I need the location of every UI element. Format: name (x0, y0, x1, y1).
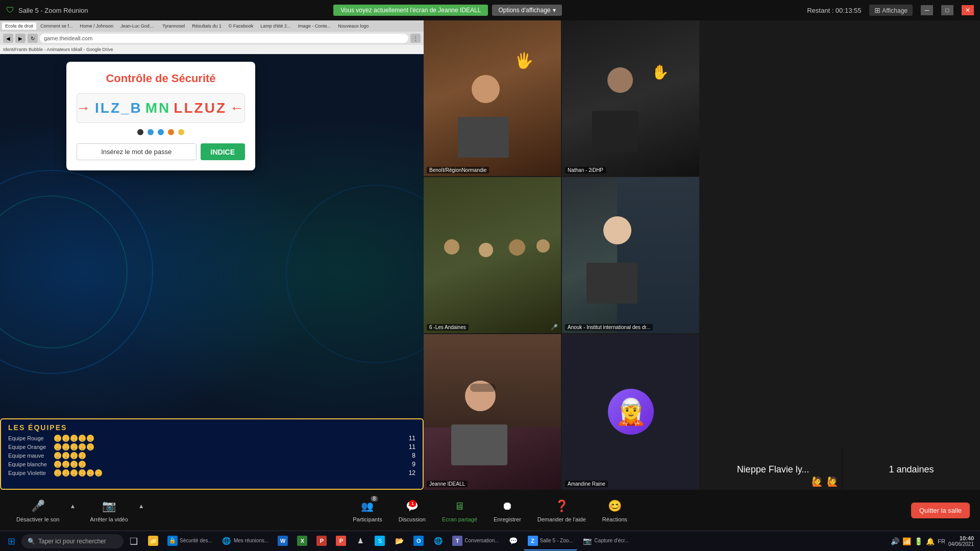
edge-icon: 🌐 (433, 536, 443, 546)
chrome-icon: 🌐 (222, 536, 232, 546)
video-grid: 🖐 Benoît/RégionNormandie ✋ Nathan - 2iDH… (424, 20, 699, 490)
indice-button[interactable]: INDICE (201, 143, 245, 160)
powerpoint-icon: P (336, 536, 346, 546)
zoom-icon: Z (528, 536, 538, 546)
medal: 🏆 (79, 469, 86, 477)
minimize-button[interactable]: ─ (921, 5, 933, 15)
taskbar-item-security[interactable]: 🔒 Sécurité des... (163, 532, 216, 550)
taskbar-item-publisher[interactable]: P (312, 532, 331, 550)
participants-icon: 👥 8 (359, 498, 376, 514)
taskbar-search[interactable]: 🔍 Taper ici pour rechercher (21, 534, 124, 548)
medal: 🏆 (79, 435, 86, 442)
browser-refresh-button[interactable]: ↻ (28, 34, 38, 43)
volume-icon: 📶 (902, 537, 911, 545)
video-label-benoit: Benoît/RégionNormandie (427, 167, 489, 173)
task-view-button[interactable]: ❑ (125, 532, 143, 550)
mic-off-icon: 🎤 (551, 324, 558, 331)
windows-taskbar: ⊞ 🔍 Taper ici pour rechercher ❑ 📁 🔒 Sécu… (0, 531, 980, 551)
participants-button[interactable]: 👥 8 Participants (347, 495, 388, 525)
taskbar-item-word[interactable]: W (274, 532, 292, 550)
browser-tab[interactable]: Résultats du 1 (189, 22, 225, 30)
discussion-badge: 1 (409, 500, 416, 507)
browser-tab[interactable]: Jean-Luc Godard (117, 22, 158, 30)
screen-share-notice: Vous voyez actuellement l'écran de Jeann… (333, 5, 488, 16)
language-indicator: FR (938, 538, 945, 544)
clock-date: 04/06/2021 (948, 541, 974, 547)
taskbar-item-zoom[interactable]: Z Salle 5 - Zoo... (524, 532, 577, 550)
start-button[interactable]: ⊞ (2, 532, 20, 550)
options-display-button[interactable]: Options d'affichage ▾ (492, 5, 561, 16)
taskbar-item-chess[interactable]: ♟ (351, 532, 370, 550)
toolbar-left-controls: 🎤 Désactiver le son ▲ 📷 Arrêter la vidéo… (10, 495, 144, 525)
taskbar-item-explorer[interactable]: 📁 (144, 532, 162, 550)
team-row-violette: Equipe Violette 🏆 🏆 🏆 🏆 🏆 🏆 12 (8, 469, 415, 477)
quit-button[interactable]: Quitter la salle (911, 503, 970, 518)
screenshot-icon: 📷 (582, 536, 593, 546)
browser-tab[interactable]: Image - Conte... (295, 22, 334, 30)
chess-icon: ♟ (355, 536, 365, 546)
help-icon: ❓ (553, 498, 570, 514)
outlook-icon: O (413, 536, 424, 546)
restore-button[interactable]: □ (941, 5, 953, 15)
security-taskbar-icon: 🔒 (167, 536, 178, 546)
taskbar-item-chat[interactable]: 💬 (504, 532, 523, 550)
taskbar-item-edge[interactable]: 🌐 (429, 532, 447, 550)
medal: 🏆 (54, 443, 61, 450)
medal: 🏆 (62, 461, 69, 468)
taskbar-item-outlook[interactable]: O (409, 532, 428, 550)
medal: 🏆 (54, 461, 61, 468)
browser-tab[interactable]: Home / Johnson (77, 22, 117, 30)
taskbar-item-powerpoint[interactable]: P (332, 532, 350, 550)
arrow-right-icon: ← (230, 100, 246, 116)
video-cell-nathan: ✋ Nathan - 2iDHP (562, 20, 699, 176)
game-area: Contrôle de Sécurité → ILZ_B MN LLZUZ ← (0, 54, 424, 490)
password-input[interactable]: Insérez le mot de passe (77, 143, 197, 160)
url-text: game.theideall.com (44, 35, 92, 41)
taskbar-item-teams[interactable]: T Conversation... (448, 532, 503, 550)
medal: 🏆 (54, 435, 61, 442)
browser-back-button[interactable]: ◀ (3, 34, 13, 43)
browser-tab[interactable]: Tyrannosel (159, 22, 188, 30)
browser-tab[interactable]: © Facebook (226, 22, 257, 30)
network-icon: 🔊 (891, 537, 899, 545)
browser-nav-bar: ◀ ▶ ↻ game.theideall.com ⋮ (0, 32, 424, 45)
browser-settings-button[interactable]: ⋮ (410, 34, 421, 43)
cam-button[interactable]: 📷 Arrêter la vidéo (84, 495, 134, 525)
medal: 🏆 (62, 435, 69, 442)
reactions-button[interactable]: 😊 Réactions (596, 495, 633, 525)
browser-tab[interactable]: Comment se f... (37, 22, 76, 30)
affichage-button[interactable]: ⊞ Affichage (869, 5, 913, 16)
cam-caret[interactable]: ▲ (138, 503, 144, 510)
medal: 🏆 (79, 452, 86, 459)
close-button[interactable]: ✕ (962, 5, 974, 15)
toolbar-center-controls: 👥 8 Participants 💬 1 Discussion 🖥 Ecran … (347, 495, 633, 525)
browser-forward-button[interactable]: ▶ (15, 34, 26, 43)
discussion-button[interactable]: 💬 1 Discussion (393, 495, 432, 525)
main-content: Ecole de droit Comment se f... Home / Jo… (0, 20, 980, 490)
aide-button[interactable]: ❓ Demander de l'aide (531, 495, 592, 525)
taskbar-item-excel[interactable]: X (293, 532, 311, 550)
browser-tab[interactable]: Nouveaux logo (335, 22, 372, 30)
cam-label: Arrêter la vidéo (90, 516, 128, 522)
browser-tab[interactable]: Lamp d'été 2... (257, 22, 293, 30)
panel-buttons: Insérez le mot de passe INDICE (77, 143, 245, 160)
camera-icon: 📷 (101, 498, 117, 514)
dot-4 (168, 129, 174, 135)
browser-url-bar[interactable]: game.theideall.com (40, 34, 408, 43)
dot-5 (178, 129, 184, 135)
ecran-partage-button[interactable]: 🖥 Ecran partagé (436, 495, 483, 525)
notification-icon: 🔔 (926, 537, 935, 545)
browser-tab[interactable]: Ecole de droit (2, 22, 36, 30)
mic-caret[interactable]: ▲ (69, 503, 76, 510)
video-cell-anouk: Anouk - Institut international des dr... (562, 177, 699, 333)
taskbar-item-skype[interactable]: S (371, 532, 389, 550)
dot-2 (148, 129, 154, 135)
nieppe-name: Nieppe Flavie ly... (737, 464, 810, 475)
browser-tabs-bar: Ecole de droit Comment se f... Home / Jo… (0, 20, 424, 32)
enregistrer-button[interactable]: ⏺ Enregistrer (487, 495, 527, 525)
timer-label: Restant : 00:13:55 (807, 7, 861, 14)
mic-button[interactable]: 🎤 Désactiver le son (10, 495, 65, 525)
taskbar-item-screenshot[interactable]: 📷 Capture d'écr... (578, 532, 633, 550)
taskbar-item-chrome[interactable]: 🌐 Mes réunions... (217, 532, 273, 550)
taskbar-item-folder2[interactable]: 📂 (390, 532, 408, 550)
